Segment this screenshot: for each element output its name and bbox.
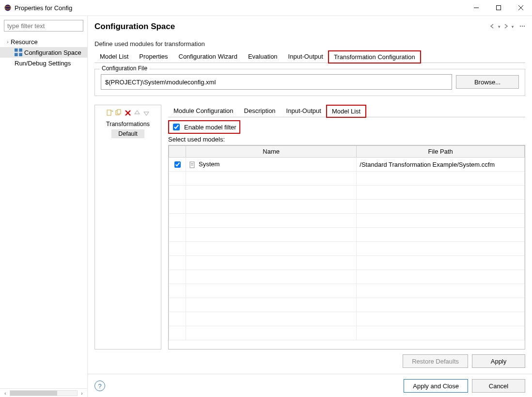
configuration-file-input[interactable] <box>101 74 452 90</box>
row-name-cell: System <box>186 158 357 172</box>
scroll-thumb[interactable] <box>10 391 57 396</box>
footer-apply-row: Restore Defaults Apply <box>94 349 525 374</box>
move-down-icon[interactable] <box>142 109 150 117</box>
outer-tabs: Model List Properties Configuration Wiza… <box>94 50 525 63</box>
select-used-models-label: Select used models: <box>168 136 525 143</box>
row-filepath-cell: /Standard Transformation Example/System.… <box>357 158 525 172</box>
inner-tab-description[interactable]: Description <box>239 105 281 117</box>
maximize-button[interactable] <box>487 0 510 16</box>
new-icon[interactable]: + <box>106 109 113 117</box>
svg-point-11 <box>522 25 523 26</box>
tree-item-label: Configuration Space <box>24 49 81 56</box>
tree-item-label: Run/Debug Settings <box>15 60 71 67</box>
table-row-empty <box>169 284 525 298</box>
menu-icon[interactable] <box>519 23 525 31</box>
page-title: Configuration Space <box>94 22 175 32</box>
tree-item-resource[interactable]: › Resource <box>0 36 87 47</box>
configuration-file-group: Configuration File Browse... <box>94 69 525 96</box>
header-nav: ▼ ▼ <box>489 23 525 31</box>
restore-defaults-button[interactable]: Restore Defaults <box>403 354 468 368</box>
tab-input-output[interactable]: Input-Output <box>283 50 329 63</box>
inner-tab-module-configuration[interactable]: Module Configuration <box>168 105 239 117</box>
column-name[interactable]: Name <box>186 146 357 158</box>
svg-text:+: + <box>111 110 113 113</box>
dropdown-icon[interactable]: ▼ <box>497 25 501 29</box>
svg-point-10 <box>520 25 521 26</box>
tree-item-label: Resource <box>11 38 38 46</box>
transformations-label: Transformations <box>98 121 158 127</box>
table-row-empty <box>169 172 525 186</box>
apply-button[interactable]: Apply <box>472 354 525 368</box>
svg-rect-9 <box>19 53 22 56</box>
enable-model-filter-row: Enable model filter <box>168 120 240 134</box>
expander-icon[interactable]: › <box>5 39 11 45</box>
table-row-empty <box>169 242 525 256</box>
back-icon[interactable] <box>489 23 495 31</box>
tab-model-list[interactable]: Model List <box>94 50 134 63</box>
cancel-button[interactable]: Cancel <box>472 379 525 393</box>
enable-model-filter-checkbox[interactable] <box>173 124 180 130</box>
copy-icon[interactable] <box>115 109 123 117</box>
tree-item-configuration-space[interactable]: Configuration Space <box>0 47 87 58</box>
inner-area: Module Configuration Description Input-O… <box>168 105 525 349</box>
help-icon[interactable]: ? <box>94 381 105 391</box>
dropdown-icon[interactable]: ▼ <box>511 25 515 29</box>
sidebar-horizontal-scrollbar[interactable]: ‹ › <box>0 388 87 397</box>
minimize-button[interactable] <box>465 0 487 16</box>
svg-point-12 <box>524 25 525 26</box>
table-row-empty <box>169 200 525 214</box>
scroll-track[interactable] <box>10 390 78 396</box>
table-row-empty <box>169 228 525 242</box>
table-row-empty <box>169 298 525 312</box>
models-table: Name File Path System/Standard Transform… <box>169 145 525 340</box>
table-row-empty <box>169 326 525 340</box>
title-bar: Properties for Config <box>0 0 532 16</box>
column-file-path[interactable]: File Path <box>357 146 525 158</box>
svg-rect-7 <box>19 48 22 52</box>
window-title: Properties for Config <box>15 4 72 12</box>
scroll-right-icon[interactable]: › <box>78 390 85 397</box>
apply-and-close-button[interactable]: Apply and Close <box>404 379 468 393</box>
move-up-icon[interactable] <box>133 109 141 117</box>
scroll-left-icon[interactable]: ‹ <box>2 390 9 397</box>
footer-dialog-row: ? Apply and Close Cancel <box>88 374 532 393</box>
forward-icon[interactable] <box>503 23 509 31</box>
svg-rect-13 <box>107 110 111 115</box>
column-checkbox[interactable] <box>169 146 186 158</box>
tab-properties[interactable]: Properties <box>134 50 173 63</box>
svg-point-0 <box>5 5 11 11</box>
table-row[interactable]: System/Standard Transformation Example/S… <box>169 158 525 172</box>
table-row-empty <box>169 312 525 326</box>
configuration-file-legend: Configuration File <box>100 65 149 72</box>
close-button[interactable] <box>510 0 532 16</box>
svg-rect-21 <box>191 165 193 165</box>
filter-input[interactable] <box>4 20 83 32</box>
svg-rect-6 <box>15 48 18 52</box>
table-row-empty <box>169 270 525 284</box>
enable-model-filter-label: Enable model filter <box>184 124 236 131</box>
property-tree: › Resource Configuration Space Run/Debug… <box>0 35 87 388</box>
tab-evaluation[interactable]: Evaluation <box>243 50 283 63</box>
svg-rect-20 <box>191 163 193 164</box>
table-row-empty <box>169 256 525 270</box>
table-row-empty <box>169 186 525 200</box>
tab-transformation-configuration[interactable]: Transformation Configuration <box>329 51 421 63</box>
grid-icon <box>15 48 22 56</box>
inner-tab-input-output[interactable]: Input-Output <box>281 105 327 117</box>
svg-rect-16 <box>117 110 121 114</box>
svg-rect-8 <box>15 53 18 56</box>
transformation-item-default[interactable]: Default <box>111 129 144 138</box>
page-subtitle: Define used modules for transformation <box>94 40 525 48</box>
tree-item-run-debug[interactable]: Run/Debug Settings <box>0 58 87 68</box>
table-row-empty <box>169 214 525 228</box>
inner-tabs: Module Configuration Description Input-O… <box>168 105 525 117</box>
main-panel: Configuration Space ▼ ▼ Define used modu… <box>88 16 532 397</box>
delete-icon[interactable] <box>124 109 132 117</box>
browse-button[interactable]: Browse... <box>456 75 519 89</box>
row-checkbox[interactable] <box>174 161 181 168</box>
tab-configuration-wizard[interactable]: Configuration Wizard <box>173 50 243 63</box>
model-icon <box>189 161 196 168</box>
transformations-panel: + Transformations Default <box>94 105 161 349</box>
svg-rect-3 <box>497 6 501 10</box>
inner-tab-model-list[interactable]: Model List <box>327 105 366 117</box>
